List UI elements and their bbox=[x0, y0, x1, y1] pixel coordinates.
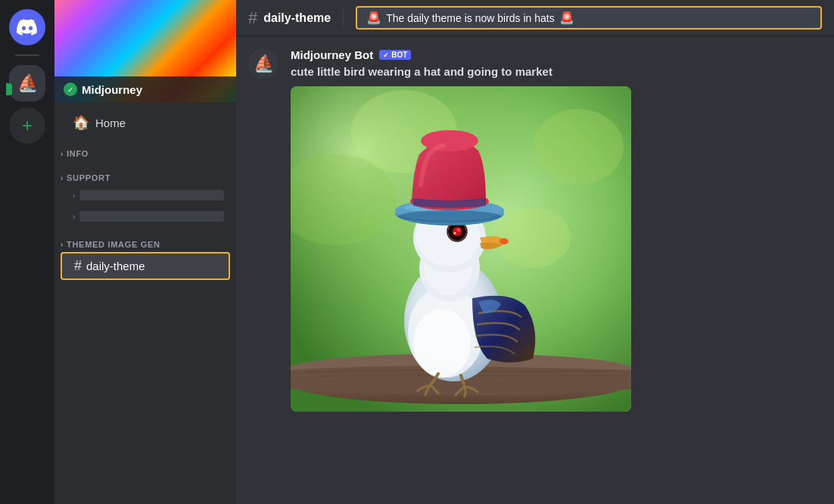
add-server-button[interactable]: + bbox=[9, 107, 45, 144]
category-arrow-icon: › bbox=[61, 241, 64, 249]
home-nav-item[interactable]: 🏠 Home bbox=[61, 108, 230, 137]
message-content: Midjourney Bot ✓ BOT cute little bird we… bbox=[291, 48, 822, 412]
category-info[interactable]: › INFO bbox=[54, 137, 236, 161]
svg-point-27 bbox=[421, 130, 478, 151]
svg-point-2 bbox=[533, 109, 624, 185]
channel-item-daily-theme[interactable]: # daily-theme bbox=[61, 252, 230, 280]
category-themed-image-gen[interactable]: › THEMED IMAGE GEN bbox=[54, 228, 236, 252]
svg-point-10 bbox=[413, 310, 471, 378]
verified-checkmark-icon: ✓ bbox=[64, 82, 77, 96]
blurred-channel-name bbox=[79, 190, 224, 201]
svg-point-21 bbox=[499, 238, 509, 244]
blurred-channel-name bbox=[79, 211, 224, 222]
svg-point-25 bbox=[398, 210, 501, 222]
svg-point-17 bbox=[453, 227, 462, 236]
channel-name-daily-theme: daily-theme bbox=[86, 260, 145, 272]
expand-arrow-icon: › bbox=[73, 191, 75, 200]
message-row: ⛵ Midjourney Bot ✓ BOT cute little bird … bbox=[248, 48, 822, 412]
header-divider bbox=[343, 9, 344, 27]
bird-image bbox=[291, 86, 631, 412]
svg-point-18 bbox=[457, 228, 461, 232]
message-image[interactable] bbox=[291, 86, 631, 412]
header-hash-icon: # bbox=[248, 8, 257, 28]
message-header: Midjourney Bot ✓ BOT bbox=[291, 48, 822, 61]
server-sidebar: ✓ Midjourney 🏠 Home › INFO › SUPPORT › › bbox=[54, 0, 236, 504]
server-name-bar[interactable]: ✓ Midjourney bbox=[54, 76, 236, 102]
online-indicator bbox=[6, 83, 12, 95]
bot-badge-label: BOT bbox=[391, 51, 407, 59]
home-icon: 🏠 bbox=[73, 114, 89, 131]
channel-topic-bar[interactable]: 🚨 The daily theme is now birds in hats 🚨 bbox=[356, 6, 822, 30]
message-author: Midjourney Bot bbox=[291, 48, 373, 61]
category-support-label: SUPPORT bbox=[67, 173, 110, 182]
channel-item-blurred-2[interactable]: › bbox=[61, 207, 230, 226]
message-text: cute little bird wearing a hat and going… bbox=[291, 64, 822, 80]
category-themed-label: THEMED IMAGE GEN bbox=[67, 240, 160, 249]
category-arrow-icon: › bbox=[61, 174, 64, 182]
icon-divider bbox=[15, 54, 39, 56]
main-content: # daily-theme 🚨 The daily theme is now b… bbox=[236, 0, 834, 504]
avatar: ⛵ bbox=[248, 48, 279, 79]
svg-point-19 bbox=[454, 232, 456, 234]
category-arrow-icon: › bbox=[61, 150, 64, 158]
messages-area: ⛵ Midjourney Bot ✓ BOT cute little bird … bbox=[236, 36, 834, 504]
home-label: Home bbox=[95, 117, 126, 129]
avatar-sailboat-icon: ⛵ bbox=[254, 54, 274, 73]
server-banner: ✓ Midjourney bbox=[54, 0, 236, 102]
channel-header: # daily-theme 🚨 The daily theme is now b… bbox=[236, 0, 834, 36]
topic-emoji-left: 🚨 bbox=[366, 11, 381, 25]
header-channel-name: daily-theme bbox=[263, 11, 331, 25]
discord-logo[interactable] bbox=[9, 9, 45, 45]
category-support[interactable]: › SUPPORT bbox=[54, 161, 236, 185]
category-info-label: INFO bbox=[67, 149, 89, 158]
topic-text: The daily theme is now birds in hats bbox=[386, 12, 555, 24]
bot-badge: ✓ BOT bbox=[379, 50, 411, 60]
expand-arrow-icon: › bbox=[73, 213, 75, 221]
channel-hash-icon: # bbox=[74, 258, 82, 274]
topic-emoji-right: 🚨 bbox=[559, 11, 574, 25]
channel-item-blurred-1[interactable]: › bbox=[61, 185, 230, 205]
bot-check-icon: ✓ bbox=[383, 51, 389, 59]
server-icon-midjourney[interactable]: ⛵ bbox=[9, 65, 45, 101]
server-name: Midjourney bbox=[82, 83, 142, 96]
icon-bar: ⛵ + bbox=[0, 0, 54, 504]
channel-list: 🏠 Home › INFO › SUPPORT › › › THEMED IMA… bbox=[54, 102, 236, 504]
svg-point-4 bbox=[495, 207, 571, 268]
